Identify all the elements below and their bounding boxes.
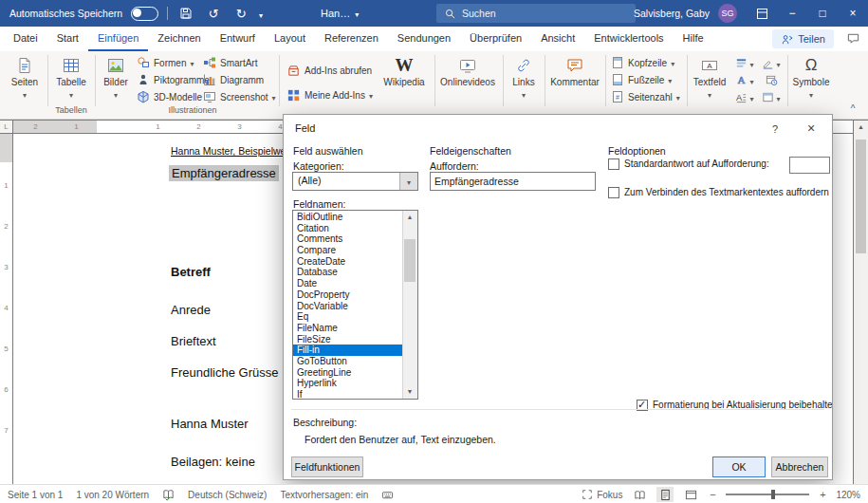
- field-name-option[interactable]: FileSize: [293, 334, 403, 345]
- field-name-option[interactable]: DocVariable: [293, 301, 403, 312]
- document-title[interactable]: Han…: [321, 0, 359, 27]
- drop-cap-button[interactable]: A: [732, 89, 757, 104]
- undo-button[interactable]: ↺: [204, 4, 223, 23]
- avatar[interactable]: SG: [718, 4, 737, 23]
- document-header-text[interactable]: Hanna Muster, Beispielweg: [171, 145, 291, 157]
- maximize-button[interactable]: □: [807, 0, 838, 27]
- zoom-in-button[interactable]: +: [818, 489, 827, 500]
- scrollbar-thumb[interactable]: [856, 140, 866, 253]
- document-scrollbar[interactable]: ▲: [854, 121, 868, 484]
- body-text[interactable]: Brieftext: [171, 334, 216, 348]
- icons-button[interactable]: Piktogramme: [137, 72, 210, 87]
- pages-button[interactable]: Seiten: [6, 54, 44, 111]
- field-name-option[interactable]: Database: [293, 267, 403, 278]
- scrollbar-thumb[interactable]: [404, 239, 416, 282]
- save-button[interactable]: [176, 4, 195, 23]
- footer-button[interactable]: Fußzeile: [611, 72, 672, 87]
- field-name-option[interactable]: GoToButton: [293, 356, 403, 367]
- listbox-scrollbar[interactable]: ▲ ▼: [402, 211, 417, 399]
- screenshot-button[interactable]: Screenshot: [203, 89, 276, 104]
- enclosures-text[interactable]: Beilagen: keine: [171, 455, 255, 469]
- user-name[interactable]: Salvisberg, Gaby: [634, 8, 710, 19]
- zoom-out-button[interactable]: −: [708, 489, 717, 500]
- prompt-input[interactable]: [430, 172, 596, 191]
- smartart-button[interactable]: SmartArt: [203, 55, 257, 70]
- field-names-listbox[interactable]: BidiOutlineCitationCommentsCompareCreate…: [292, 210, 418, 400]
- zoom-slider[interactable]: [726, 494, 809, 495]
- ribbon-tab[interactable]: Datei: [4, 27, 47, 51]
- language-indicator[interactable]: Deutsch (Schweiz): [188, 490, 267, 500]
- header-button[interactable]: Kopfzeile: [611, 55, 674, 70]
- minimize-button[interactable]: −: [777, 0, 807, 27]
- ribbon-tab[interactable]: Sendungen: [388, 27, 460, 51]
- scroll-down-icon[interactable]: ▼: [403, 385, 416, 399]
- predictions-icon[interactable]: [381, 489, 394, 501]
- text-predictions-indicator[interactable]: Textvorhersagen: ein: [280, 490, 368, 500]
- search-input[interactable]: Suchen: [436, 4, 636, 23]
- autosave-toggle[interactable]: [131, 7, 158, 21]
- field-name-option[interactable]: Fill-in: [293, 345, 403, 356]
- links-button[interactable]: Links: [507, 54, 541, 111]
- ribbon-display-options-button[interactable]: [747, 0, 777, 27]
- pictures-button[interactable]: Bilder: [99, 54, 133, 111]
- dialog-help-button[interactable]: ?: [766, 121, 785, 138]
- quick-parts-button[interactable]: [732, 55, 757, 70]
- quick-access-chevron-icon[interactable]: [259, 5, 263, 22]
- ribbon-tab[interactable]: Referenzen: [315, 27, 388, 51]
- field-name-option[interactable]: Eq: [293, 311, 403, 323]
- ribbon-tab[interactable]: Entwurf: [211, 27, 265, 51]
- checkbox-icon[interactable]: [608, 187, 619, 198]
- ribbon-tab[interactable]: Zeichnen: [148, 27, 210, 51]
- ok-button[interactable]: OK: [712, 456, 766, 477]
- comments-button[interactable]: [846, 31, 860, 46]
- signature-line-button[interactable]: [759, 55, 784, 70]
- dialog-close-button[interactable]: ×: [798, 119, 824, 138]
- ribbon-tab[interactable]: Ansicht: [531, 27, 584, 51]
- ribbon-tab[interactable]: Start: [47, 27, 88, 51]
- scroll-up-icon[interactable]: ▲: [403, 211, 416, 224]
- categories-dropdown[interactable]: (Alle): [292, 172, 418, 191]
- text-box-button[interactable]: A Textfeld: [691, 54, 729, 111]
- wikipedia-button[interactable]: W Wikipedia: [379, 54, 429, 111]
- field-name-option[interactable]: Comments: [293, 233, 403, 245]
- ribbon-tab[interactable]: Entwicklertools: [584, 27, 673, 51]
- field-name-option[interactable]: Date: [293, 278, 403, 289]
- word-count[interactable]: 1 von 20 Wörtern: [76, 490, 149, 500]
- field-name-option[interactable]: Compare: [293, 245, 403, 256]
- closing-text[interactable]: Freundliche Grüsse: [171, 365, 278, 380]
- 3d-models-button[interactable]: 3D-Modelle: [137, 89, 210, 104]
- field-name-option[interactable]: BidiOutline: [293, 212, 403, 223]
- zoom-slider-thumb[interactable]: [771, 490, 775, 499]
- symbols-button[interactable]: Ω Symbole: [791, 54, 831, 111]
- focus-mode-button[interactable]: Fokus: [582, 489, 622, 500]
- ribbon-tab[interactable]: Überprüfen: [460, 27, 531, 51]
- cancel-button[interactable]: Abbrechen: [771, 456, 828, 477]
- field-shaded-text[interactable]: Empfängeradresse: [169, 165, 279, 181]
- chart-button[interactable]: Diagramm: [203, 72, 264, 87]
- wordart-button[interactable]: A: [732, 72, 757, 87]
- online-videos-button[interactable]: Onlinevideos: [438, 54, 497, 111]
- field-codes-button[interactable]: Feldfunktionen: [291, 456, 363, 477]
- page-indicator[interactable]: Seite 1 von 1: [8, 490, 63, 500]
- default-response-option[interactable]: Standardantwort auf Aufforderung:: [608, 158, 769, 170]
- collapse-ribbon-button[interactable]: ^: [845, 103, 860, 117]
- ribbon-tab[interactable]: Layout: [265, 27, 315, 51]
- ribbon-tab[interactable]: Einfügen: [88, 27, 148, 51]
- ribbon-tab[interactable]: Hilfe: [674, 27, 713, 51]
- field-name-option[interactable]: GreetingLine: [293, 367, 403, 379]
- comment-button[interactable]: Kommentar: [548, 54, 601, 111]
- close-button[interactable]: ×: [838, 0, 868, 27]
- vertical-ruler[interactable]: 1234567: [0, 134, 12, 484]
- get-add-ins-button[interactable]: Add-Ins abrufen: [286, 63, 372, 78]
- share-button[interactable]: Teilen: [772, 29, 834, 48]
- field-name-option[interactable]: Hyperlink: [293, 378, 403, 389]
- spellcheck-button[interactable]: [162, 489, 175, 501]
- date-time-button[interactable]: [759, 72, 784, 87]
- web-layout-button[interactable]: [682, 487, 699, 502]
- read-mode-button[interactable]: [631, 487, 648, 502]
- tab-stop-selector[interactable]: L: [0, 121, 12, 133]
- scroll-up-icon[interactable]: ▲: [854, 121, 868, 134]
- default-response-input[interactable]: [789, 157, 830, 174]
- field-name-option[interactable]: CreateDate: [293, 256, 403, 268]
- redo-button[interactable]: ↻: [231, 4, 250, 23]
